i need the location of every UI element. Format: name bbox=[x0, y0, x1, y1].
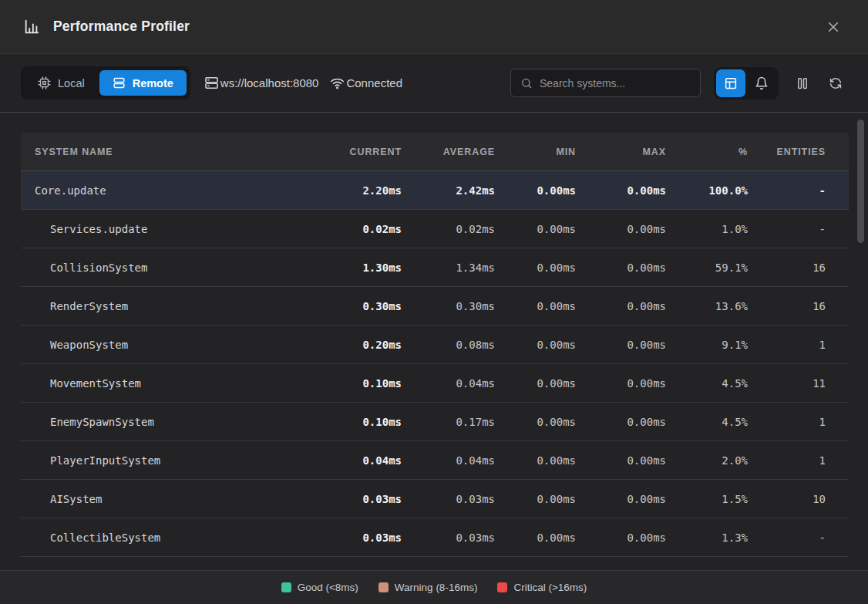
cell-min: 0.00ms bbox=[495, 531, 576, 544]
cell-max: 0.00ms bbox=[576, 493, 666, 505]
col-header-entities: ENTITIES bbox=[748, 147, 826, 157]
cell-entities: 16 bbox=[748, 300, 826, 312]
table-row[interactable]: EnemySpawnSystem0.10ms0.17ms0.00ms0.00ms… bbox=[21, 403, 849, 441]
local-tab[interactable]: Local bbox=[25, 70, 98, 96]
cell-entities: - bbox=[748, 184, 826, 197]
pause-icon bbox=[796, 76, 809, 90]
col-header-percent: % bbox=[666, 147, 748, 157]
legend-bar: Good (<8ms)Warning (8-16ms)Critical (>16… bbox=[0, 570, 868, 604]
cell-current: 1.30ms bbox=[313, 262, 402, 274]
cell-average: 0.02ms bbox=[402, 223, 495, 235]
cell-average: 0.04ms bbox=[402, 454, 495, 467]
legend-label: Good (<8ms) bbox=[298, 582, 358, 593]
cell-entities: 10 bbox=[748, 493, 826, 505]
server-icon bbox=[113, 76, 126, 89]
cell-current: 0.10ms bbox=[313, 377, 402, 390]
cell-average: 0.08ms bbox=[402, 339, 495, 351]
cell-current: 0.04ms bbox=[313, 454, 402, 467]
cell-current: 0.30ms bbox=[313, 300, 402, 312]
cell-percent: 9.1% bbox=[666, 339, 748, 351]
alerts-button[interactable] bbox=[747, 69, 776, 97]
cell-max: 0.00ms bbox=[576, 184, 666, 197]
cell-max: 0.00ms bbox=[576, 377, 666, 390]
performance-profiler-window: { "window": { "title": "Performance Prof… bbox=[0, 0, 868, 604]
view-toggle-group bbox=[714, 67, 779, 100]
cell-entities: 1 bbox=[748, 339, 826, 351]
table-row[interactable]: RenderSystem0.30ms0.30ms0.00ms0.00ms13.6… bbox=[21, 287, 849, 326]
cell-name: PlayerInputSystem bbox=[35, 454, 313, 467]
local-tab-label: Local bbox=[58, 77, 85, 89]
cell-min: 0.00ms bbox=[495, 377, 576, 390]
source-toggle: Local Remote bbox=[21, 66, 190, 100]
table-row[interactable]: Core.update2.20ms2.42ms0.00ms0.00ms100.0… bbox=[21, 171, 849, 210]
remote-tab-label: Remote bbox=[133, 77, 173, 89]
cell-entities: 16 bbox=[748, 262, 826, 274]
search-box[interactable] bbox=[510, 69, 701, 97]
table-row[interactable]: WeaponSystem0.20ms0.08ms0.00ms0.00ms9.1%… bbox=[21, 326, 849, 364]
cell-max: 0.00ms bbox=[576, 300, 666, 312]
refresh-icon bbox=[829, 76, 843, 90]
table-view-button[interactable] bbox=[716, 69, 745, 97]
pause-button[interactable] bbox=[791, 72, 814, 95]
cell-percent: 1.3% bbox=[666, 531, 748, 544]
legend-item: Critical (>16ms) bbox=[497, 582, 587, 593]
cell-name: Core.update bbox=[35, 184, 313, 197]
col-header-system-name: SYSTEM NAME bbox=[35, 147, 313, 157]
cell-min: 0.00ms bbox=[495, 262, 576, 274]
close-button[interactable] bbox=[820, 14, 846, 40]
cell-average: 2.42ms bbox=[402, 184, 495, 197]
search-icon bbox=[520, 77, 533, 89]
table-row[interactable]: CollectibleSystem0.03ms0.03ms0.00ms0.00m… bbox=[21, 518, 849, 557]
vertical-scrollbar-thumb[interactable] bbox=[857, 120, 864, 243]
table-row[interactable]: PlayerInputSystem0.04ms0.04ms0.00ms0.00m… bbox=[21, 441, 849, 480]
refresh-button[interactable] bbox=[824, 72, 847, 95]
col-header-current: CURRENT bbox=[313, 147, 402, 157]
cell-percent: 13.6% bbox=[666, 300, 748, 312]
cell-average: 0.30ms bbox=[402, 300, 495, 312]
cell-current: 0.02ms bbox=[313, 223, 402, 235]
table-row[interactable]: MovementSystem0.10ms0.04ms0.00ms0.00ms4.… bbox=[21, 364, 849, 403]
legend-swatch bbox=[497, 582, 507, 592]
col-header-average: AVERAGE bbox=[402, 147, 495, 157]
table-row[interactable]: CollisionSystem1.30ms1.34ms0.00ms0.00ms5… bbox=[21, 248, 849, 287]
cell-percent: 59.1% bbox=[666, 262, 748, 274]
cell-average: 0.17ms bbox=[402, 416, 495, 428]
remote-tab[interactable]: Remote bbox=[99, 70, 187, 96]
cell-min: 0.00ms bbox=[495, 223, 576, 235]
search-input[interactable] bbox=[540, 77, 691, 89]
cell-current: 0.20ms bbox=[313, 339, 402, 351]
cell-name: CollisionSystem bbox=[35, 262, 313, 274]
cell-average: 0.03ms bbox=[402, 531, 495, 544]
legend-swatch bbox=[378, 582, 389, 592]
table-header-row: SYSTEM NAME CURRENT AVERAGE MIN MAX % EN… bbox=[21, 133, 849, 171]
cell-max: 0.00ms bbox=[576, 223, 666, 235]
cell-current: 0.10ms bbox=[313, 416, 402, 428]
table-body: Core.update2.20ms2.42ms0.00ms0.00ms100.0… bbox=[21, 171, 849, 557]
cell-name: CollectibleSystem bbox=[35, 531, 313, 544]
cell-percent: 1.0% bbox=[666, 223, 748, 235]
legend-swatch bbox=[281, 582, 291, 592]
cell-min: 0.00ms bbox=[495, 300, 576, 312]
cell-name: AISystem bbox=[35, 493, 313, 505]
cell-percent: 1.5% bbox=[666, 493, 748, 505]
table-row[interactable]: AISystem0.03ms0.03ms0.00ms0.00ms1.5%10 bbox=[21, 480, 849, 518]
cell-name: RenderSystem bbox=[35, 300, 313, 312]
cell-entities: - bbox=[748, 223, 826, 235]
table-row[interactable]: Services.update0.02ms0.02ms0.00ms0.00ms1… bbox=[21, 210, 849, 248]
legend-label: Warning (8-16ms) bbox=[395, 582, 478, 593]
col-header-max: MAX bbox=[576, 147, 666, 157]
connection-status: Connected bbox=[346, 76, 402, 89]
toolbar: Local Remote ws://localhost:8080 bbox=[0, 54, 868, 113]
cell-name: MovementSystem bbox=[35, 377, 313, 390]
title-bar: Performance Profiler bbox=[0, 0, 868, 54]
cpu-icon bbox=[38, 76, 51, 89]
cell-current: 0.03ms bbox=[313, 531, 402, 544]
close-icon bbox=[826, 20, 840, 34]
cell-entities: - bbox=[748, 531, 826, 544]
cell-min: 0.00ms bbox=[495, 493, 576, 505]
table-layout-icon bbox=[724, 76, 738, 90]
connection-url: ws://localhost:8080 bbox=[220, 76, 319, 89]
cell-entities: 1 bbox=[748, 416, 826, 428]
connection-status-item: Connected bbox=[330, 76, 402, 90]
cell-entities: 1 bbox=[748, 454, 826, 467]
